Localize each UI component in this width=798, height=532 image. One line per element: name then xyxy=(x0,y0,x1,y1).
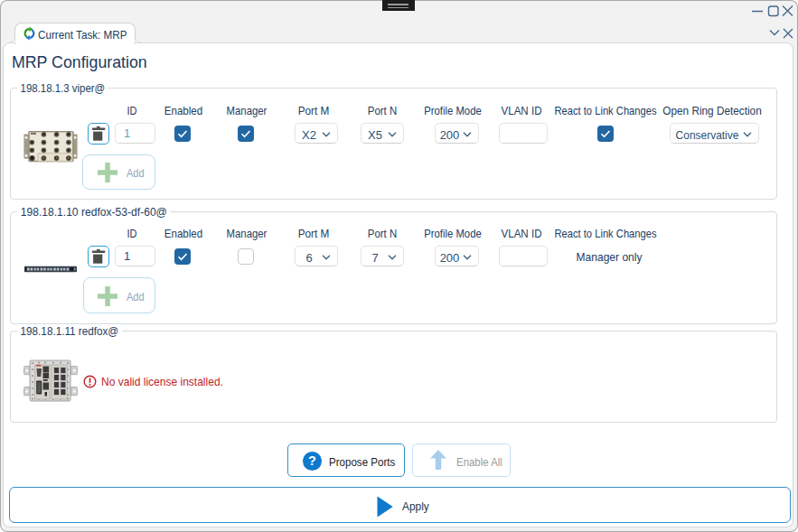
svg-text:?: ? xyxy=(308,453,316,468)
